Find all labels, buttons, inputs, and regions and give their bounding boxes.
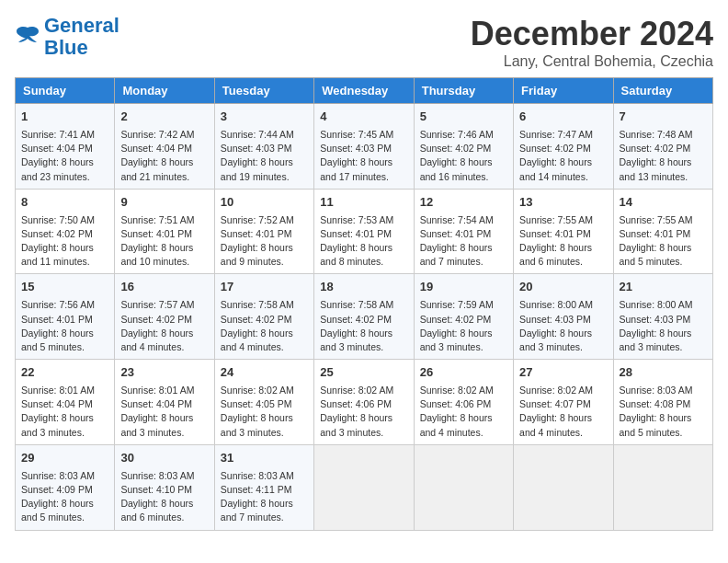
day-number: 6 <box>519 109 607 126</box>
day-number: 10 <box>221 194 308 212</box>
day-number: 5 <box>420 109 507 126</box>
day-info-line: Sunset: 4:10 PM <box>120 483 208 497</box>
day-number: 7 <box>620 109 707 126</box>
calendar-cell: 14Sunrise: 7:55 AMSunset: 4:01 PMDayligh… <box>613 189 712 274</box>
calendar-cell: 17Sunrise: 7:58 AMSunset: 4:02 PMDayligh… <box>214 274 313 360</box>
title-block: December 2024 Lany, Central Bohemia, Cze… <box>471 15 713 70</box>
day-info-line: Sunset: 4:03 PM <box>221 142 308 155</box>
day-info-line: and 23 minutes. <box>21 170 108 184</box>
day-info-line: and 7 minutes. <box>221 511 308 524</box>
day-number: 26 <box>420 364 507 382</box>
weekday-header-tuesday: Tuesday <box>214 78 313 104</box>
day-number: 17 <box>221 279 308 296</box>
calendar-week-3: 15Sunrise: 7:56 AMSunset: 4:01 PMDayligh… <box>16 274 713 360</box>
day-info-line: and 4 minutes. <box>120 340 208 354</box>
calendar-week-5: 29Sunrise: 8:03 AMSunset: 4:09 PMDayligh… <box>16 444 713 530</box>
calendar-cell: 27Sunrise: 8:02 AMSunset: 4:07 PMDayligh… <box>514 360 613 445</box>
day-info-line: Daylight: 8 hours <box>519 241 607 255</box>
day-info-line: and 21 minutes. <box>120 170 208 184</box>
day-info-line: Daylight: 8 hours <box>120 155 208 169</box>
day-info-line: Sunrise: 7:54 AM <box>420 213 507 227</box>
weekday-header-row: SundayMondayTuesdayWednesdayThursdayFrid… <box>16 78 713 104</box>
day-info-line: and 5 minutes. <box>620 255 707 269</box>
day-info-line: and 3 minutes. <box>620 340 707 354</box>
calendar-cell: 19Sunrise: 7:59 AMSunset: 4:02 PMDayligh… <box>414 274 513 360</box>
calendar-cell: 5Sunrise: 7:46 AMSunset: 4:02 PMDaylight… <box>414 104 513 190</box>
day-info-line: Sunrise: 8:02 AM <box>420 384 507 397</box>
day-info-line: Daylight: 8 hours <box>620 411 707 425</box>
day-info-line: Sunset: 4:02 PM <box>221 313 308 327</box>
page-header: General Blue December 2024 Lany, Central… <box>15 15 713 70</box>
weekday-header-monday: Monday <box>115 78 214 104</box>
weekday-header-friday: Friday <box>514 78 613 104</box>
weekday-header-sunday: Sunday <box>16 78 115 104</box>
day-info-line: Sunset: 4:03 PM <box>620 313 707 327</box>
day-info-line: and 5 minutes. <box>620 426 707 440</box>
day-info-line: Daylight: 8 hours <box>120 241 208 255</box>
calendar-cell: 1Sunrise: 7:41 AMSunset: 4:04 PMDaylight… <box>16 104 115 190</box>
day-info-line: Sunset: 4:01 PM <box>21 313 108 327</box>
day-info-line: Sunset: 4:04 PM <box>120 397 208 411</box>
calendar-cell: 25Sunrise: 8:02 AMSunset: 4:06 PMDayligh… <box>314 360 414 445</box>
day-info-line: Daylight: 8 hours <box>519 411 607 425</box>
day-number: 1 <box>21 109 108 126</box>
day-info-line: and 4 minutes. <box>420 426 507 440</box>
calendar-cell: 18Sunrise: 7:58 AMSunset: 4:02 PMDayligh… <box>314 274 414 360</box>
day-info-line: Daylight: 8 hours <box>221 411 308 425</box>
day-info-line: Sunrise: 7:55 AM <box>519 213 607 227</box>
day-info-line: and 3 minutes. <box>519 340 607 354</box>
day-info-line: Sunset: 4:08 PM <box>620 397 707 411</box>
calendar-cell: 7Sunrise: 7:48 AMSunset: 4:02 PMDaylight… <box>613 104 712 190</box>
day-number: 25 <box>320 364 407 382</box>
calendar-week-2: 8Sunrise: 7:50 AMSunset: 4:02 PMDaylight… <box>16 189 713 274</box>
logo-bird-icon <box>15 24 40 46</box>
day-info-line: Sunset: 4:04 PM <box>21 142 108 155</box>
day-info-line: Sunset: 4:09 PM <box>21 483 108 497</box>
day-number: 31 <box>221 450 308 467</box>
calendar-cell <box>613 444 712 530</box>
day-number: 24 <box>221 364 308 382</box>
day-info-line: Sunset: 4:02 PM <box>420 313 507 327</box>
logo-text: General Blue <box>44 15 119 59</box>
calendar-cell: 20Sunrise: 8:00 AMSunset: 4:03 PMDayligh… <box>514 274 613 360</box>
day-info-line: Sunrise: 7:58 AM <box>320 298 407 312</box>
day-info-line: Sunrise: 7:57 AM <box>120 298 208 312</box>
calendar-cell: 9Sunrise: 7:51 AMSunset: 4:01 PMDaylight… <box>115 189 214 274</box>
day-info-line: Sunrise: 7:52 AM <box>221 213 308 227</box>
day-info-line: Sunset: 4:11 PM <box>221 483 308 497</box>
day-info-line: Daylight: 8 hours <box>519 155 607 169</box>
day-info-line: Daylight: 8 hours <box>221 241 308 255</box>
day-info-line: and 16 minutes. <box>420 170 507 184</box>
day-info-line: Daylight: 8 hours <box>320 411 407 425</box>
day-info-line: Sunset: 4:06 PM <box>320 397 407 411</box>
day-info-line: Sunset: 4:06 PM <box>420 397 507 411</box>
day-number: 16 <box>120 279 208 296</box>
day-info-line: and 5 minutes. <box>21 511 108 524</box>
day-info-line: Daylight: 8 hours <box>221 497 308 511</box>
day-info-line: Daylight: 8 hours <box>21 411 108 425</box>
calendar-cell: 24Sunrise: 8:02 AMSunset: 4:05 PMDayligh… <box>214 360 313 445</box>
calendar-cell: 12Sunrise: 7:54 AMSunset: 4:01 PMDayligh… <box>414 189 513 274</box>
day-info-line: Daylight: 8 hours <box>21 497 108 511</box>
day-info-line: Sunrise: 8:00 AM <box>519 298 607 312</box>
calendar-cell: 31Sunrise: 8:03 AMSunset: 4:11 PMDayligh… <box>214 444 313 530</box>
day-info-line: Sunrise: 8:02 AM <box>519 384 607 397</box>
day-number: 28 <box>620 364 707 382</box>
day-info-line: Daylight: 8 hours <box>420 155 507 169</box>
day-info-line: Daylight: 8 hours <box>320 155 407 169</box>
day-info-line: Sunrise: 7:55 AM <box>620 213 707 227</box>
calendar-cell <box>414 444 513 530</box>
location-title: Lany, Central Bohemia, Czechia <box>471 53 713 70</box>
day-info-line: Sunrise: 7:47 AM <box>519 128 607 142</box>
calendar-cell: 8Sunrise: 7:50 AMSunset: 4:02 PMDaylight… <box>16 189 115 274</box>
calendar-cell: 13Sunrise: 7:55 AMSunset: 4:01 PMDayligh… <box>514 189 613 274</box>
calendar-cell: 11Sunrise: 7:53 AMSunset: 4:01 PMDayligh… <box>314 189 414 274</box>
day-info-line: Sunrise: 7:44 AM <box>221 128 308 142</box>
day-number: 11 <box>320 194 407 212</box>
day-info-line: and 6 minutes. <box>120 511 208 524</box>
day-info-line: Daylight: 8 hours <box>221 155 308 169</box>
day-info-line: and 8 minutes. <box>320 255 407 269</box>
day-info-line: and 11 minutes. <box>21 255 108 269</box>
day-info-line: and 3 minutes. <box>420 340 507 354</box>
day-info-line: Sunset: 4:01 PM <box>420 227 507 241</box>
